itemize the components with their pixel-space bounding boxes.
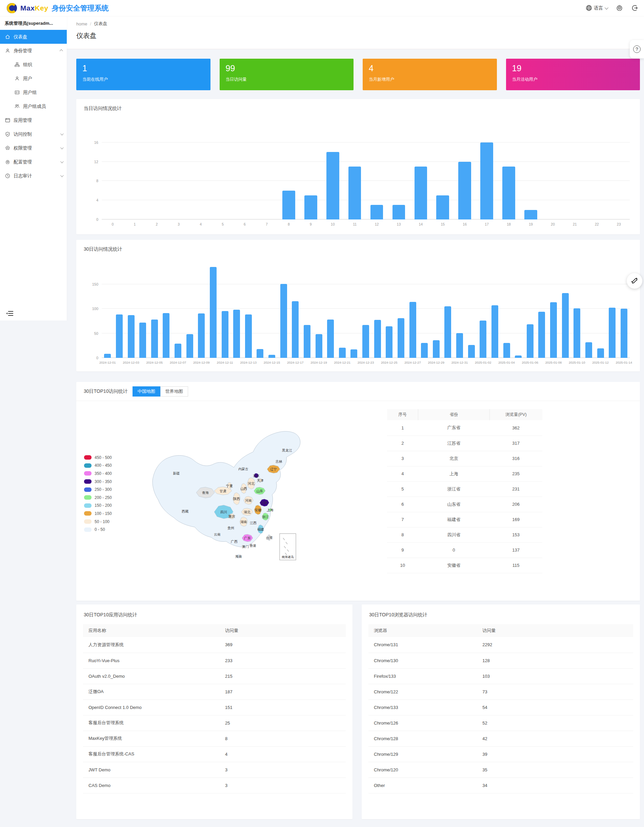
bar-slot <box>168 135 190 220</box>
sidebar-item-user-groups[interactable]: 用户组 <box>0 86 67 99</box>
bar <box>386 326 392 358</box>
bar-slot <box>337 259 348 358</box>
bar-slot <box>196 259 207 358</box>
bar-slot <box>114 259 125 358</box>
province-label: 内蒙古 <box>238 467 249 471</box>
bar-slot <box>366 135 388 220</box>
page-header-strip: home / 仪表盘 仪表盘 <box>67 16 644 49</box>
bar-slot <box>313 259 325 358</box>
help-button[interactable]: ? <box>630 40 644 58</box>
map-tab-world[interactable]: 世界地图 <box>160 386 188 396</box>
stat-card-value: 99 <box>226 63 348 73</box>
x-axis-label: 17 <box>476 222 498 228</box>
legend-swatch <box>84 527 92 532</box>
chevron-down-icon <box>60 132 64 135</box>
legend-swatch <box>84 455 92 460</box>
brand-name: MaxKey <box>20 4 48 12</box>
sidebar-item-configuration[interactable]: 配置管理 <box>0 155 67 169</box>
stat-card-label: 当月新增用户 <box>369 76 491 83</box>
top10-apps-panel: 30日TOP10应用访问统计 应用名称 访问量 人力资源管理系统369RuoYi… <box>76 604 353 819</box>
bar <box>282 190 295 220</box>
settings-gear-icon[interactable] <box>616 5 623 11</box>
legend-swatch <box>84 463 92 468</box>
legend-item: 100 - 150 <box>84 510 112 518</box>
logout-icon[interactable] <box>632 5 638 11</box>
bar-slot <box>266 259 278 358</box>
cell: 客服后台管理系统-CAS <box>83 746 219 762</box>
x-axis-label: 8 <box>278 222 300 228</box>
bar-slot <box>388 135 410 220</box>
province-label: 香港 <box>249 544 256 548</box>
stat-card-3: 19当月活动用户 <box>506 59 640 90</box>
x-axis-label: 2024-12-19 <box>313 360 325 366</box>
y-axis-tick: 8 <box>83 179 98 183</box>
bar-slot <box>431 259 442 358</box>
map-tab-china[interactable]: 中国地图 <box>132 386 160 396</box>
stat-card-label: 当日访问量 <box>226 76 348 83</box>
badge-icon <box>5 145 10 151</box>
question-mark-icon: ? <box>633 45 641 53</box>
bar <box>233 310 240 358</box>
sidebar-item-access-control[interactable]: 访问控制 <box>0 127 67 141</box>
cell: Chrome/130 <box>369 653 477 668</box>
bar <box>458 162 471 220</box>
cell: 103 <box>477 668 633 684</box>
legend-item: 400 - 450 <box>84 462 112 470</box>
bar <box>392 205 405 220</box>
col-browser-name: 浏览器 <box>369 624 477 637</box>
sidebar-item-users[interactable]: 用户 <box>0 72 67 86</box>
x-axis-label: 15 <box>432 222 454 228</box>
x-axis-label: 2024-12-21 <box>337 360 348 366</box>
cell: 9 <box>387 542 418 558</box>
bar-slot <box>501 259 512 358</box>
stat-card-value: 1 <box>82 63 204 73</box>
x-axis-label: 2025-01-08 <box>548 360 560 366</box>
bar-slot <box>432 135 454 220</box>
province-label: 河北 <box>248 482 255 485</box>
chevron-down-icon <box>60 174 64 177</box>
cell: JWT Demo <box>83 762 219 777</box>
cell: 231 <box>490 481 542 496</box>
sidebar-item-dashboard[interactable]: 仪表盘 <box>0 30 67 44</box>
sidebar-item-audit-logs[interactable]: 日志审计 <box>0 169 67 183</box>
cell: 人力资源管理系统 <box>83 637 219 653</box>
bar <box>268 355 275 358</box>
cell: Chrome/126 <box>369 715 477 731</box>
legend-item: 0 - 50 <box>84 526 112 534</box>
bar-slot <box>564 135 586 220</box>
bar <box>503 343 510 358</box>
cell: 235 <box>490 466 542 481</box>
bar <box>187 334 193 358</box>
cell: 187 <box>219 684 346 699</box>
bar-slot <box>212 135 234 220</box>
bar <box>316 334 322 358</box>
sidebar-item-organization[interactable]: 组织 <box>0 58 67 72</box>
bar <box>550 302 557 358</box>
chevron-down-icon <box>605 5 608 9</box>
sidebar-item-permissions[interactable]: 权限管理 <box>0 141 67 155</box>
cell: 151 <box>219 699 346 715</box>
cell: 6 <box>387 496 418 512</box>
user-icon <box>15 76 20 81</box>
language-selector[interactable]: 语言 <box>586 5 607 11</box>
theme-wand-button[interactable] <box>627 273 642 289</box>
province-label: 重庆 <box>228 515 235 518</box>
y-axis-tick: 4 <box>83 198 98 202</box>
bar <box>350 350 357 358</box>
bar <box>597 348 604 358</box>
top10-region-panel: 30日TOP10访问统计 中国地图世界地图 450 - 500400 - 450… <box>76 382 640 601</box>
bar <box>538 312 545 358</box>
province-row: 2江苏省317 <box>387 435 542 451</box>
breadcrumb-home[interactable]: home <box>76 21 87 27</box>
sidebar-item-group-members[interactable]: 用户组成员 <box>0 99 67 113</box>
province-label: 江西 <box>250 521 257 525</box>
sidebar-item-identity[interactable]: 身份管理 <box>0 44 67 58</box>
top-header: MaxKey 身份安全管理系统 语言 <box>0 0 644 16</box>
id-card-icon <box>15 90 20 95</box>
x-axis-label: 2024-12-25 <box>383 360 395 366</box>
collapse-sidebar-icon[interactable] <box>6 311 14 317</box>
china-map[interactable]: 新疆西藏内蒙古黑龙江吉林青海甘肃宁夏陕西山西河北河南湖北湖南四川重庆山东江苏安徽… <box>134 423 330 568</box>
bar-slot <box>395 259 407 358</box>
sidebar-item-applications[interactable]: 应用管理 <box>0 113 67 127</box>
map-tabs: 中国地图世界地图 <box>132 386 188 396</box>
